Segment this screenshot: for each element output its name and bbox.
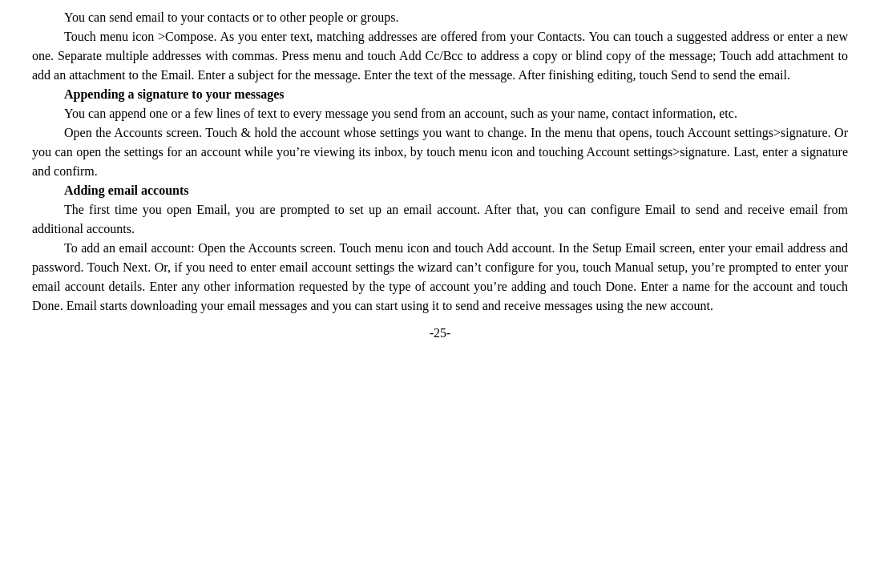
indent-space-5 [32, 200, 64, 219]
paragraph-3: You can append one or a few lines of tex… [32, 104, 848, 123]
indent-space-2 [32, 27, 64, 46]
paragraph-2: Touch menu icon >Compose. As you enter t… [32, 27, 848, 85]
paragraph-1-text: You can send email to your contacts or t… [64, 10, 398, 24]
indent-space-6 [32, 239, 64, 258]
indent-space-4 [32, 123, 64, 143]
page-container: You can send email to your contacts or t… [0, 0, 880, 588]
heading-adding: Adding email accounts [32, 181, 848, 200]
paragraph-3-text: You can append one or a few lines of tex… [64, 107, 737, 120]
paragraph-5-text: The first time you open Email, you are p… [32, 203, 848, 236]
paragraph-1: You can send email to your contacts or t… [32, 8, 848, 27]
paragraph-2-text: Touch menu icon >Compose. As you enter t… [32, 30, 848, 82]
indent-space-3 [32, 104, 64, 123]
paragraph-6-text: To add an email account: Open the Accoun… [32, 241, 848, 312]
indent-space-h1 [32, 85, 64, 104]
heading-appending-text: Appending a signature to your messages [64, 87, 285, 101]
paragraph-4: Open the Accounts screen. Touch & hold t… [32, 123, 848, 181]
paragraph-4-text: Open the Accounts screen. Touch & hold t… [32, 126, 848, 178]
paragraph-5: The first time you open Email, you are p… [32, 200, 848, 239]
heading-adding-text: Adding email accounts [64, 183, 189, 197]
indent-space-1 [32, 8, 64, 27]
indent-space-h2 [32, 181, 64, 200]
heading-appending: Appending a signature to your messages [32, 85, 848, 104]
paragraph-6: To add an email account: Open the Accoun… [32, 239, 848, 316]
page-number: -25- [32, 324, 848, 343]
